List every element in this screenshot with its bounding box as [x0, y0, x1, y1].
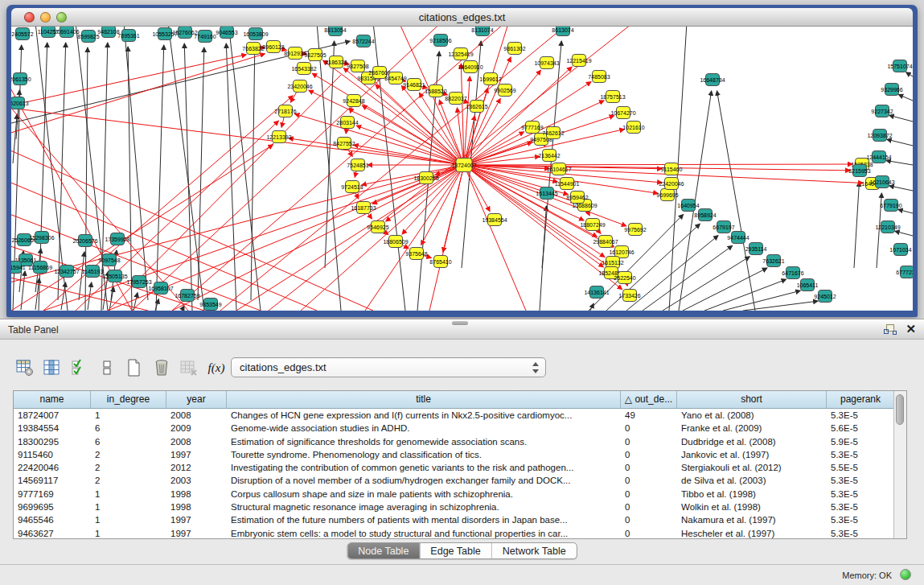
column-header-out_de[interactable]: △ out_de... [621, 391, 677, 409]
table-row[interactable]: 1938455462009Genome-wide association stu… [14, 422, 893, 435]
graph-node[interactable]: 18806509 [383, 236, 408, 248]
graph-node[interactable]: 1362615 [466, 101, 487, 113]
graph-node[interactable]: 1145193 [82, 266, 104, 278]
graph-node[interactable]: 16187733 [351, 202, 376, 214]
graph-node[interactable]: 10974343 [534, 57, 559, 69]
graph-node[interactable]: 13505135 [102, 270, 127, 282]
graph-node[interactable]: 2405572 [11, 28, 33, 40]
column-header-pagerank[interactable]: pagerank [827, 391, 895, 409]
float-panel-button[interactable] [884, 323, 897, 336]
graph-node[interactable]: 8958924 [694, 209, 716, 221]
graph-node[interactable]: 9474444 [727, 232, 749, 244]
column-header-year[interactable]: year [166, 391, 227, 409]
graph-node[interactable]: 7632621 [762, 255, 784, 267]
graph-node[interactable]: 1513445 [536, 187, 557, 200]
graph-node[interactable]: 14136141 [584, 286, 609, 299]
table-row[interactable]: 977716911998Corpus callosum shape and si… [14, 488, 893, 501]
graph-node[interactable]: 2935114 [745, 243, 767, 255]
graph-node[interactable]: 1021610 [622, 122, 644, 134]
graph-node[interactable]: 9724518 [341, 181, 363, 193]
table-settings-button[interactable] [13, 356, 37, 380]
graph-node[interactable]: 8912934 [284, 47, 306, 60]
graph-node[interactable]: 8186328 [325, 56, 347, 68]
graph-node[interactable]: 12213393 [266, 131, 291, 143]
select-column-button[interactable] [40, 356, 64, 380]
table-row[interactable]: 2242004622012Investigating the contribut… [14, 461, 893, 474]
table-row[interactable]: 1830029562008Estimation of significance … [14, 435, 893, 448]
graph-node[interactable]: 7895361 [117, 30, 139, 42]
graph-node[interactable]: 20691406 [54, 27, 79, 38]
create-column-button[interactable] [122, 356, 146, 380]
graph-node[interactable]: 12342757 [54, 266, 79, 278]
graph-node[interactable]: 29884067 [593, 236, 618, 248]
tab-network-table[interactable]: Network Table [491, 543, 577, 558]
graph-node[interactable]: 9827508 [347, 60, 368, 72]
function-builder-button[interactable]: f(x) [204, 356, 228, 380]
graph-node[interactable]: 7524851 [347, 159, 368, 171]
row-checklist-button[interactable] [68, 356, 92, 380]
graph-node[interactable]: 9546925 [367, 221, 388, 233]
graph-node[interactable]: 6679197 [713, 221, 734, 233]
vertical-scrollbar[interactable] [893, 391, 906, 538]
graph-node[interactable]: 1733426 [618, 290, 640, 302]
tab-edge-table[interactable]: Edge Table [419, 543, 491, 558]
graph-node[interactable]: 1520613 [11, 97, 29, 109]
column-header-short[interactable]: short [677, 391, 827, 409]
graph-node[interactable]: 6471676 [782, 267, 803, 279]
graph-node[interactable]: 1640954 [677, 200, 699, 212]
table-row[interactable]: 946362711997Embryonic stem cells: a mode… [14, 527, 893, 538]
graph-node[interactable]: 9827505 [304, 49, 326, 61]
graph-node[interactable]: 8822037 [445, 93, 466, 105]
rows-button[interactable] [95, 356, 119, 380]
graph-node[interactable]: 9902569 [494, 84, 515, 97]
graph-node[interactable]: 15751074 [887, 60, 912, 72]
graph-node[interactable]: 1699617 [479, 73, 501, 85]
graph-node[interactable]: 8960128 [262, 41, 284, 53]
graph-node[interactable]: 12325419 [448, 48, 473, 60]
graph-node[interactable]: 17359928 [105, 233, 129, 245]
graph-node[interactable]: 9218506 [429, 35, 451, 47]
table-row[interactable]: 969969511998Structural magnetic resonanc… [14, 501, 893, 513]
column-header-name[interactable]: name [14, 391, 91, 409]
column-header-in_degree[interactable]: in_degree [91, 391, 166, 409]
graph-node[interactable]: 9329966 [881, 84, 902, 96]
graph-node[interactable]: 2718176 [274, 105, 296, 117]
graph-node[interactable]: 8765410 [429, 256, 451, 268]
graph-node[interactable]: 9375648 [405, 248, 427, 260]
graph-node[interactable]: 8131074 [471, 27, 493, 36]
table-row[interactable]: 946554611997Estimation of the future num… [14, 513, 893, 526]
graph-node[interactable]: 9046553 [216, 27, 237, 39]
graph-node[interactable]: 12215419 [566, 55, 591, 67]
graph-node[interactable]: 1065411 [797, 279, 819, 291]
scrollbar-thumb[interactable] [896, 394, 904, 425]
graph-node[interactable]: 20206576 [72, 235, 97, 247]
graph-node[interactable]: 9245012 [814, 290, 836, 303]
tab-node-table[interactable]: Node Table [347, 543, 419, 558]
graph-node[interactable]: 7663822 [242, 43, 264, 55]
graph-node[interactable]: 22420046 [659, 178, 684, 190]
table-row[interactable]: 1872400712008Changes of HCN gene express… [14, 409, 893, 422]
table-row[interactable]: 911546021997Tourette syndrome. Phenomeno… [14, 448, 893, 461]
table-row[interactable]: 1456911722003Disruption of a novel membe… [14, 474, 893, 487]
table-selector-dropdown[interactable]: citations_edges.txt [231, 357, 546, 377]
graph-node[interactable]: 2803144 [336, 117, 358, 129]
graph-node[interactable]: 2136442 [538, 150, 560, 162]
graph-node[interactable]: 8572244 [352, 35, 374, 47]
graph-node[interactable]: 9462108 [97, 27, 119, 38]
graph-node[interactable]: 8813054 [324, 27, 346, 36]
graph-node[interactable]: 9861302 [503, 43, 525, 55]
network-canvas[interactable]: 7663822896012889129349827505165433828186… [11, 27, 913, 311]
graph-node[interactable]: 8599825 [77, 31, 99, 43]
panel-resize-grip[interactable] [452, 321, 468, 325]
graph-node[interactable]: 2061350 [11, 73, 31, 85]
graph-node[interactable]: 9975692 [624, 224, 646, 236]
delete-column-button[interactable] [150, 356, 174, 380]
graph-node[interactable]: 11544901 [555, 178, 580, 190]
close-panel-button[interactable]: ✕ [906, 322, 916, 336]
graph-node[interactable]: 16543382 [291, 63, 316, 75]
column-header-title[interactable]: title [227, 391, 621, 409]
graph-node[interactable]: 8427552 [333, 138, 355, 150]
graph-node[interactable]: 16648784 [700, 74, 725, 86]
graph-node[interactable]: 16053809 [243, 28, 268, 40]
delete-table-button[interactable] [177, 356, 201, 380]
